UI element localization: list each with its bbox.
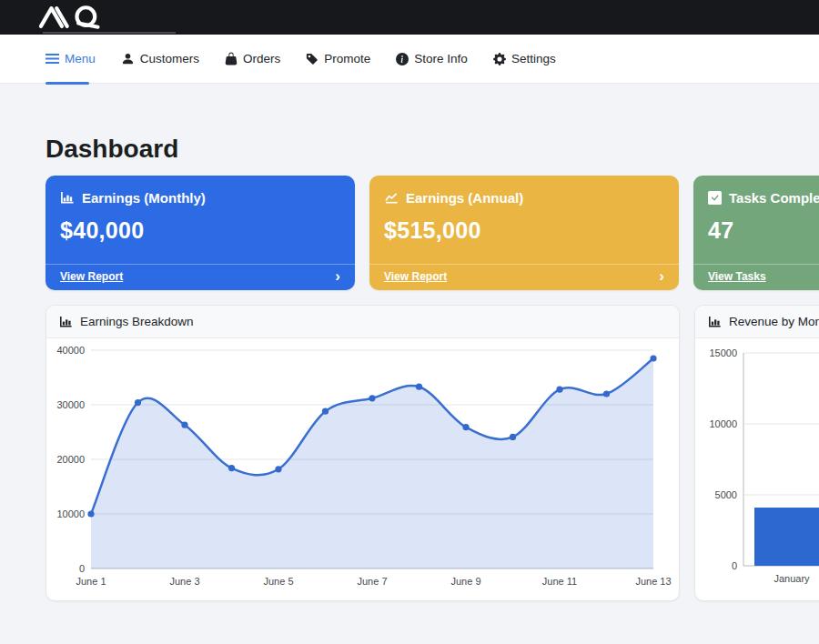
chevron-right-icon[interactable]: › bbox=[335, 271, 340, 282]
svg-text:June 5: June 5 bbox=[263, 576, 293, 587]
svg-text:0: 0 bbox=[79, 563, 85, 574]
logo-underline bbox=[43, 32, 176, 34]
hamburger-icon bbox=[46, 53, 59, 65]
stat-card-title: Earnings (Annual) bbox=[406, 190, 523, 206]
svg-text:June 1: June 1 bbox=[76, 576, 106, 587]
nav-item-label: Menu bbox=[65, 52, 96, 65]
view-tasks-link[interactable]: View Tasks bbox=[708, 270, 766, 283]
page-title: Dashboard bbox=[46, 136, 819, 163]
chevron-right-icon[interactable]: › bbox=[659, 271, 664, 282]
svg-text:15000: 15000 bbox=[709, 347, 737, 358]
svg-text:June 7: June 7 bbox=[357, 576, 387, 587]
nav-item-label: Settings bbox=[511, 52, 556, 65]
revenue-by-month-chart: 050001000015000January bbox=[695, 338, 819, 601]
gear-icon bbox=[493, 53, 506, 65]
bar-chart-svg: 050001000015000January bbox=[695, 338, 819, 601]
earnings-breakdown-chart: 010000200003000040000June 1June 3June 5J… bbox=[46, 338, 679, 601]
chart-card-header: Revenue by Month bbox=[695, 306, 819, 338]
brand-logo[interactable] bbox=[36, 5, 111, 30]
chart-card-header: Earnings Breakdown bbox=[46, 306, 679, 338]
stat-card-earnings-monthly: Earnings (Monthly) $40,000 View Report › bbox=[46, 176, 355, 290]
stat-card-tasks-completed: Tasks Completed 47 View Tasks › bbox=[693, 176, 819, 290]
nav-item-label: Promote bbox=[324, 52, 370, 65]
chart-title: Revenue by Month bbox=[729, 315, 819, 328]
view-report-link[interactable]: View Report bbox=[384, 270, 447, 283]
svg-text:10000: 10000 bbox=[709, 418, 737, 429]
line-chart-icon bbox=[384, 191, 399, 205]
svg-text:June 13: June 13 bbox=[635, 576, 671, 587]
nav-item-label: Customers bbox=[140, 52, 199, 65]
svg-text:June 9: June 9 bbox=[450, 576, 480, 587]
stat-card-footer: View Report › bbox=[369, 264, 679, 290]
charts-row: Earnings Breakdown 010000200003000040000… bbox=[46, 305, 819, 601]
topbar bbox=[0, 0, 819, 35]
stat-card-value: $515,000 bbox=[369, 217, 679, 244]
svg-text:40000: 40000 bbox=[56, 345, 85, 356]
nav-item-promote[interactable]: Promote bbox=[306, 35, 370, 83]
svg-text:30000: 30000 bbox=[56, 399, 85, 410]
svg-text:June 11: June 11 bbox=[542, 576, 577, 587]
stat-card-value: 47 bbox=[693, 217, 819, 244]
check-square-icon bbox=[708, 191, 722, 205]
view-report-link[interactable]: View Report bbox=[60, 270, 123, 283]
svg-text:10000: 10000 bbox=[56, 508, 85, 519]
svg-text:5000: 5000 bbox=[715, 489, 737, 500]
svg-text:0: 0 bbox=[732, 560, 737, 571]
nav-item-settings[interactable]: Settings bbox=[493, 35, 556, 83]
stat-card-footer: View Tasks › bbox=[693, 264, 819, 290]
stat-card-title: Earnings (Monthly) bbox=[82, 190, 206, 206]
nav-item-label: Store Info bbox=[414, 52, 468, 65]
svg-text:20000: 20000 bbox=[56, 454, 85, 465]
bar-chart-icon bbox=[59, 316, 73, 328]
brand-logo-icon bbox=[36, 5, 111, 30]
stat-card-footer: View Report › bbox=[46, 264, 355, 290]
stat-cards-row: Earnings (Monthly) $40,000 View Report ›… bbox=[46, 176, 819, 290]
stat-card-title: Tasks Completed bbox=[729, 190, 819, 206]
nav-item-store-info[interactable]: Store Info bbox=[396, 35, 468, 83]
active-tab-indicator bbox=[46, 82, 89, 85]
nav-item-orders[interactable]: Orders bbox=[225, 35, 280, 83]
person-icon bbox=[121, 52, 135, 65]
svg-text:January: January bbox=[774, 573, 810, 584]
chart-title: Earnings Breakdown bbox=[80, 315, 194, 328]
stat-card-value: $40,000 bbox=[46, 217, 355, 244]
nav-item-menu[interactable]: Menu bbox=[46, 35, 96, 83]
bar-chart-icon bbox=[60, 191, 75, 205]
bag-icon bbox=[225, 52, 238, 65]
main-nav: Menu Customers Orders Promote Store Info… bbox=[0, 35, 819, 84]
nav-item-label: Orders bbox=[243, 52, 280, 65]
nav-item-customers[interactable]: Customers bbox=[121, 35, 199, 83]
stat-card-earnings-annual: Earnings (Annual) $515,000 View Report › bbox=[369, 176, 679, 290]
tag-icon bbox=[306, 53, 318, 65]
earnings-breakdown-card: Earnings Breakdown 010000200003000040000… bbox=[46, 305, 680, 601]
line-chart-svg: 010000200003000040000June 1June 3June 5J… bbox=[46, 338, 677, 601]
main-content: Dashboard Earnings (Monthly) $40,000 Vie… bbox=[0, 136, 819, 601]
info-circle-icon bbox=[396, 53, 409, 65]
bar-chart-icon bbox=[708, 316, 722, 328]
svg-text:June 3: June 3 bbox=[169, 576, 199, 587]
revenue-by-month-card: Revenue by Month 050001000015000January bbox=[694, 305, 819, 601]
